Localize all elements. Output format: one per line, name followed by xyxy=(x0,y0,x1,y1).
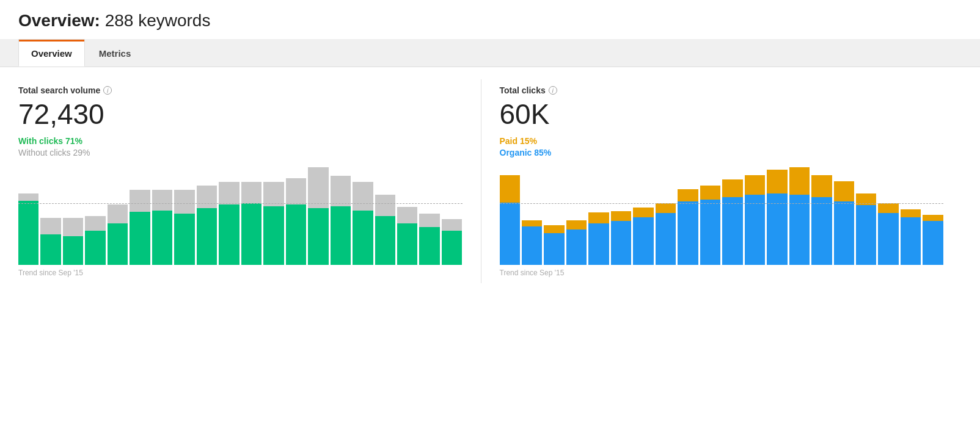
paid-stat: Paid 15% xyxy=(500,136,944,146)
right-bar-group xyxy=(500,167,520,265)
green-bar xyxy=(63,236,83,265)
left-chart xyxy=(18,167,463,265)
page-title: Overview: 288 keywords xyxy=(18,11,962,31)
left-bar-group xyxy=(308,167,328,265)
right-bar-group xyxy=(588,167,609,265)
left-panel-info-icon[interactable]: i xyxy=(103,86,112,95)
left-bar-group xyxy=(174,167,194,265)
left-bar-group xyxy=(108,167,128,265)
page-header: Overview: 288 keywords xyxy=(0,0,980,39)
green-bar xyxy=(85,231,105,264)
left-bar-group xyxy=(197,167,217,265)
blue-bar xyxy=(856,205,876,265)
content-area: Total search volume i 72,430 With clicks… xyxy=(0,67,980,295)
right-bar-group xyxy=(700,167,720,265)
blue-bar xyxy=(500,203,520,264)
gray-bar xyxy=(85,216,105,231)
right-panel-title: Total clicks i xyxy=(500,85,944,95)
orange-bar xyxy=(901,209,921,217)
green-bar xyxy=(442,231,462,264)
green-bar xyxy=(18,201,38,265)
blue-bar xyxy=(923,221,943,265)
left-bar-group xyxy=(375,167,395,265)
green-bar xyxy=(308,208,328,264)
right-bar-group xyxy=(522,167,542,265)
gray-bar xyxy=(442,219,462,231)
right-bar-group xyxy=(878,167,898,265)
blue-bar xyxy=(678,201,698,265)
green-bar xyxy=(108,223,128,265)
gray-bar xyxy=(197,186,217,208)
organic-stat: Organic 85% xyxy=(500,148,944,157)
left-bar-group xyxy=(286,167,306,265)
left-bar-group xyxy=(263,167,283,265)
orange-bar xyxy=(678,189,698,201)
orange-bar xyxy=(500,175,520,203)
right-bar-group xyxy=(745,167,765,265)
right-bar-group xyxy=(566,167,587,265)
blue-bar xyxy=(588,223,609,265)
orange-bar xyxy=(633,208,653,217)
left-panel-title: Total search volume i xyxy=(18,85,463,95)
blue-bar xyxy=(611,221,631,265)
right-bar-group xyxy=(767,167,787,265)
green-bar xyxy=(263,206,283,265)
blue-bar xyxy=(745,195,765,264)
orange-bar xyxy=(789,167,810,195)
gray-bar xyxy=(130,190,150,212)
blue-bar xyxy=(522,226,542,264)
left-bar-group xyxy=(241,167,261,265)
right-panel-info-icon[interactable]: i xyxy=(549,86,557,95)
blue-bar xyxy=(811,197,832,265)
tab-metrics[interactable]: Metrics xyxy=(86,39,144,67)
gray-bar xyxy=(241,182,261,203)
orange-bar xyxy=(834,181,854,201)
right-trend-label: Trend since Sep '15 xyxy=(500,269,944,277)
gray-bar xyxy=(263,182,283,206)
left-panel-big-number: 72,430 xyxy=(18,99,463,130)
tabs-bar: Overview Metrics xyxy=(0,39,980,67)
right-bar-group xyxy=(923,167,943,265)
orange-bar xyxy=(745,175,765,195)
left-bar-group xyxy=(353,167,373,265)
left-bar-group xyxy=(331,167,351,265)
green-bar xyxy=(286,204,306,264)
left-bar-group xyxy=(130,167,150,265)
right-chart xyxy=(500,167,944,265)
right-dotted-line xyxy=(500,203,944,204)
orange-bar xyxy=(611,211,631,221)
right-bar-group xyxy=(656,167,676,265)
green-bar xyxy=(241,203,261,265)
right-panel-big-number: 60K xyxy=(500,99,944,130)
orange-bar xyxy=(522,220,542,226)
gray-bar xyxy=(18,193,38,201)
orange-bar xyxy=(544,225,564,233)
left-bar-group xyxy=(18,167,38,265)
gray-bar xyxy=(40,218,60,234)
blue-bar xyxy=(789,195,810,264)
orange-bar xyxy=(656,203,676,213)
gray-bar xyxy=(353,182,373,211)
orange-bar xyxy=(878,203,898,213)
right-bar-group xyxy=(611,167,631,265)
blue-bar xyxy=(656,213,676,265)
green-bar xyxy=(152,211,172,265)
left-bar-group xyxy=(219,167,239,265)
orange-bar xyxy=(700,186,720,200)
gray-bar xyxy=(63,218,83,236)
tab-overview[interactable]: Overview xyxy=(18,39,85,67)
orange-bar xyxy=(767,170,787,193)
blue-bar xyxy=(901,217,921,265)
green-bar xyxy=(419,227,439,265)
blue-bar xyxy=(544,233,564,265)
left-bar-group xyxy=(40,167,60,265)
right-bar-group xyxy=(722,167,742,265)
orange-bar xyxy=(923,215,943,221)
green-bar xyxy=(174,214,194,265)
green-bar xyxy=(197,208,217,264)
blue-bar xyxy=(834,201,854,265)
green-bar xyxy=(40,234,60,264)
right-panel: Total clicks i 60K Paid 15% Organic 85% … xyxy=(481,79,962,283)
green-bar xyxy=(375,216,395,265)
left-bar-group xyxy=(63,167,83,265)
